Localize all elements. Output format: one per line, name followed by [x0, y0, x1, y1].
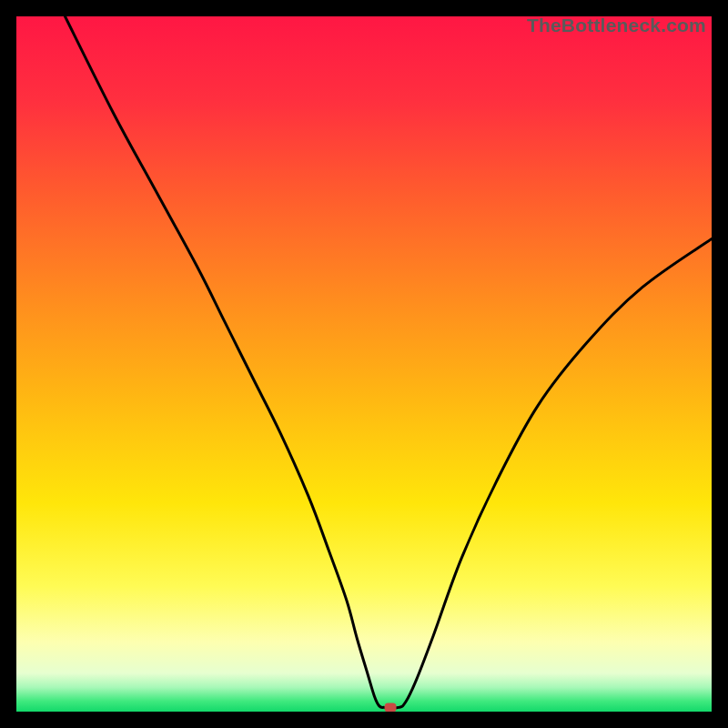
- marker-dot: [385, 703, 397, 712]
- gradient-background: [16, 16, 712, 712]
- bottleneck-chart: [16, 16, 712, 712]
- chart-frame: TheBottleneck.com: [16, 16, 712, 712]
- watermark-text: TheBottleneck.com: [527, 16, 706, 36]
